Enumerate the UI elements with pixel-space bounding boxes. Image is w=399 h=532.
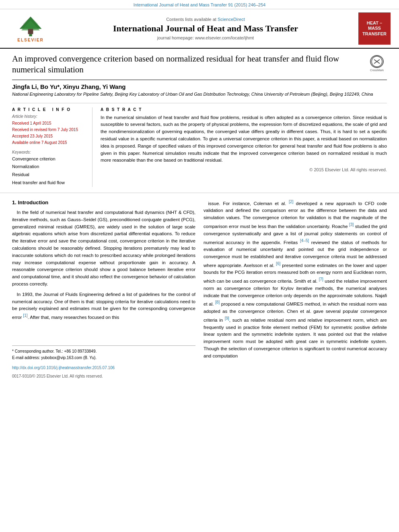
ref-9: [9] xyxy=(225,316,229,320)
svg-rect-3 xyxy=(28,29,33,34)
elsevier-label: ELSEVIER xyxy=(17,38,43,42)
banner-center: Contents lists available at ScienceDirec… xyxy=(55,17,356,40)
journal-logo-box: HEAT – MASS TRANSFER xyxy=(358,12,391,45)
body-col-left: 1. Introduction In the field of numerica… xyxy=(12,199,195,379)
section1-para2: In 1993, the Journal of Fluids Engineeri… xyxy=(12,291,195,321)
article-history-label: Article history: xyxy=(12,114,86,119)
keyword-4: Heat transfer and fluid flow xyxy=(12,179,86,187)
keyword-2: Normalization xyxy=(12,163,86,171)
abstract-text: In the numerical simulation of heat tran… xyxy=(101,114,387,164)
section1-heading: 1. Introduction xyxy=(12,199,195,207)
received-revised-date: Received in revised form 7 July 2015 xyxy=(12,127,86,133)
doi-area: http://dx.doi.org/10.1016/j.ijheatmasstr… xyxy=(12,364,195,379)
section1-right-para1: issue. For instance, Coleman et al. [2] … xyxy=(204,199,387,360)
authors-section: Jingfa Li, Bo Yu*, Xinyu Zhang, Yi Wang … xyxy=(12,80,387,97)
abstract-copyright: © 2015 Elsevier Ltd. All rights reserved… xyxy=(101,167,387,172)
journal-banner: ELSEVIER Contents lists available at Sci… xyxy=(0,9,399,49)
main-body: 1. Introduction In the field of numerica… xyxy=(0,199,399,387)
affiliation-line: National Engineering Laboratory for Pipe… xyxy=(12,92,387,97)
abstract-title: A B S T R A C T xyxy=(101,107,387,112)
article-title-section: An improved convergence criterion based … xyxy=(12,53,387,80)
accepted-date: Accepted 23 July 2015 xyxy=(12,133,86,140)
banner-contents: Contents lists available at ScienceDirec… xyxy=(55,17,356,22)
authors-line: Jingfa Li, Bo Yu*, Xinyu Zhang, Yi Wang xyxy=(12,83,387,90)
ref-4-5: [4–5] xyxy=(300,238,309,243)
footer-copyright: 0017-9310/© 2015 Elsevier Ltd. All right… xyxy=(12,373,195,380)
logo-text2: MASS xyxy=(368,26,381,31)
elsevier-logo-left: ELSEVIER xyxy=(6,15,55,42)
crossmark-badge: CrossMark xyxy=(367,55,387,71)
article-title: An improved convergence criterion based … xyxy=(12,53,360,76)
ref-7: [7] xyxy=(319,277,323,281)
journal-reference-text: International Journal of Heat and Mass T… xyxy=(134,2,265,7)
ref-3: [3] xyxy=(349,222,354,227)
crossmark-circle xyxy=(370,55,384,68)
article-info-title: A R T I C L E I N F O xyxy=(12,107,86,112)
footnote-area: * Corresponding author. Tel.: +86 10 897… xyxy=(12,345,195,361)
received-date: Received 1 April 2015 xyxy=(12,120,86,127)
logo-text3: TRANSFER xyxy=(362,31,387,37)
doi-link[interactable]: http://dx.doi.org/10.1016/j.ijheatmasstr… xyxy=(12,366,115,370)
body-col-right: issue. For instance, Coleman et al. [2] … xyxy=(204,199,387,379)
keyword-1: Convergence criterion xyxy=(12,155,86,163)
sciencedirect-link[interactable]: ScienceDirect xyxy=(218,17,245,22)
journal-reference-bar: International Journal of Heat and Mass T… xyxy=(0,0,399,9)
crossmark-icon xyxy=(371,56,383,67)
ref-6: [6] xyxy=(276,261,280,266)
ref-2: [2] xyxy=(289,199,293,204)
journal-title: International Journal of Heat and Mass T… xyxy=(55,23,356,34)
crossmark-label: CrossMark xyxy=(370,69,384,72)
footnote-2: E-mail address: yubobox@vip.163.com (B. … xyxy=(12,355,195,361)
logo-text1: HEAT – xyxy=(367,21,382,26)
article-info-row: A R T I C L E I N F O Article history: R… xyxy=(12,103,387,187)
section1-para1: In the field of numerical heat transfer … xyxy=(12,209,195,288)
footnote-1: * Corresponding author. Tel.: +86 10 897… xyxy=(12,348,195,355)
journal-homepage: journal homepage: www.elsevier.com/locat… xyxy=(55,35,356,40)
ref-8: [8] xyxy=(215,300,220,304)
keyword-3: Residual xyxy=(12,171,86,179)
article-content: An improved convergence criterion based … xyxy=(0,49,399,187)
keywords-label: Keywords: xyxy=(12,150,86,154)
keywords-list: Convergence criterion Normalization Resi… xyxy=(12,155,86,187)
ref-1: [1] xyxy=(23,313,27,318)
article-info-left: A R T I C L E I N F O Article history: R… xyxy=(12,107,93,187)
journal-logo-right: HEAT – MASS TRANSFER xyxy=(356,12,393,45)
elsevier-tree-icon xyxy=(14,15,47,37)
available-online-date: Available online 7 August 2015 xyxy=(12,140,86,146)
abstract-section: A B S T R A C T In the numerical simulat… xyxy=(101,107,387,187)
